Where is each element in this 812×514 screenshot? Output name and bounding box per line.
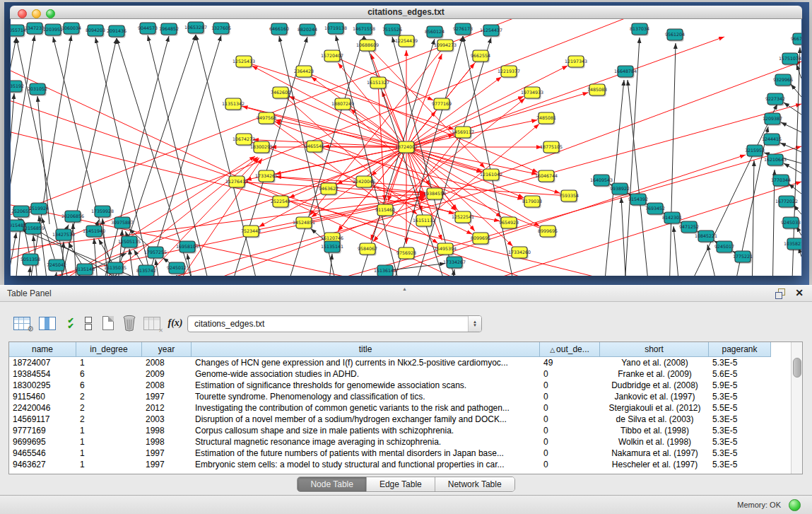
table-row[interactable]: 969969511998Structural magnetic resonanc… (9, 436, 802, 448)
table-row[interactable]: 946554611997Estimation of the future num… (9, 448, 802, 459)
graph-node-label: 9561204 (665, 32, 685, 37)
graph-node-label: 12522541 (452, 214, 474, 219)
graph-edge (372, 50, 485, 168)
close-panel-icon[interactable]: ✕ (795, 287, 804, 298)
table-row[interactable]: 1872400712008Changes of HCN gene express… (9, 357, 802, 368)
row-checks-icon[interactable]: ✔✔ (62, 313, 79, 333)
table-row[interactable]: 2242004622012Investigating the contribut… (9, 402, 802, 414)
column-header-year[interactable]: year (142, 342, 192, 357)
table-row[interactable]: 1938455462009Genome-wide association stu… (9, 368, 802, 380)
table-row[interactable]: 911546021997Tourette syndrome. Phenomeno… (9, 391, 802, 402)
graph-node-label: 9245017 (714, 244, 734, 249)
table-cell: 14569117 (9, 414, 76, 425)
graph-node-label: 12197343 (565, 59, 587, 64)
graph-node-label: 7485083 (587, 87, 607, 92)
table-cell: 2 (76, 402, 142, 414)
column-header-short[interactable]: short (600, 342, 709, 357)
graph-node-label: 1060034 (61, 25, 81, 30)
graph-node-label: 18300295 (250, 144, 273, 149)
status-bar: Memory: OK (0, 495, 812, 514)
table-row[interactable]: 946362711997Embryonic stem cells: a mode… (9, 459, 802, 470)
network-window-titlebar[interactable]: citations_edges.txt (10, 6, 802, 19)
graph-node-label: 1770344 (771, 177, 791, 182)
table-cell: 5.6E-5 (709, 368, 771, 380)
graph-node-label: 2364423 (294, 69, 314, 74)
select-columns-icon[interactable] (37, 313, 58, 333)
graph-node-label: 9329966 (773, 77, 793, 82)
graph-edge (392, 264, 445, 270)
graph-node-label: 22420046 (353, 179, 375, 184)
table-header-row: namein_degreeyeartitle△out_de...shortpag… (9, 342, 802, 357)
graph-node-label: 1327605 (211, 25, 231, 30)
table-cell: 18724007 (9, 357, 76, 368)
graph-node-label: 16046744 (535, 173, 558, 178)
gear-icon: ⚙ (27, 325, 34, 334)
graph-node-label: 7693452 (645, 206, 665, 211)
column-header-in_degree[interactable]: in_degree (76, 342, 142, 357)
table-cell: Nakamura et al. (1997) (600, 448, 709, 459)
graph-node-label: 9115460 (375, 207, 395, 212)
graph-edge (11, 37, 16, 231)
tab-network-table[interactable]: Network Table (435, 477, 514, 491)
table-settings-icon[interactable]: ⚙ (11, 313, 33, 333)
table-tab-bar: Node TableEdge TableNetwork Table (0, 477, 812, 492)
graph-node-label: 8142301 (662, 215, 682, 220)
window-title: citations_edges.txt (10, 7, 802, 17)
column-header-title[interactable]: title (192, 342, 540, 357)
graph-node-label: 10845221 (695, 233, 717, 238)
tab-node-table[interactable]: Node Table (298, 477, 367, 491)
trash-icon (122, 315, 136, 332)
graph-node-label: 9465546 (305, 144, 324, 148)
scrollbar-thumb[interactable] (793, 358, 801, 378)
split-pane-grip-icon[interactable]: ▲ (402, 286, 407, 291)
graph-edge (159, 158, 262, 276)
table-cell: 5.3E-5 (709, 391, 771, 402)
table-cell: 0 (540, 391, 600, 402)
column-header-out_de[interactable]: △out_de... (540, 342, 600, 357)
delete-table-icon[interactable] (120, 313, 139, 333)
graph-node-label: 10719138 (324, 25, 347, 30)
column-header-pagerank[interactable]: pagerank (709, 342, 771, 357)
function-builder-icon[interactable]: f(x) (165, 313, 185, 333)
column-header-name[interactable]: name (9, 342, 76, 357)
graph-edge (129, 249, 136, 276)
graph-node-label: 11451940 (83, 228, 105, 233)
graph-node-label: 9654923 (499, 220, 519, 225)
memory-status-icon[interactable] (789, 499, 801, 511)
graph-node-label: 9497568 (257, 115, 276, 120)
table-cell: 6 (76, 368, 142, 380)
graph-node-label: 5051358 (20, 257, 40, 262)
table-row[interactable]: 1456911722003Disruption of a novel membe… (9, 414, 802, 425)
graph-edge (410, 153, 430, 186)
table-cell: 1997 (142, 459, 192, 470)
table-scrollbar[interactable] (791, 342, 802, 474)
network-canvas[interactable]: 1872400712254439109942739662554122193771… (11, 19, 801, 276)
graph-node-label: 9662554 (471, 53, 490, 58)
graph-node-label: 18775105 (540, 144, 563, 149)
table-cell: 5.3E-5 (709, 436, 771, 448)
table-select-dropdown[interactable]: citations_edges.txt ▲▼ (187, 315, 482, 332)
float-panel-icon[interactable] (775, 288, 785, 298)
table-row[interactable]: 1830029562008Estimation of significance … (9, 380, 802, 391)
table-cell: 1998 (142, 436, 192, 448)
graph-node-label: 8099695 (471, 235, 490, 240)
graph-edge (11, 35, 35, 276)
table-row[interactable]: 977716911998Corpus callosum shape and si… (9, 425, 802, 436)
table-cell: 0 (540, 402, 600, 414)
graph-node-label: 1519924 (29, 206, 49, 211)
tab-edge-table[interactable]: Edge Table (367, 477, 435, 491)
import-table-disabled-icon[interactable] (141, 313, 163, 333)
table-cell: 1 (76, 425, 142, 436)
new-table-icon[interactable] (99, 313, 117, 333)
graph-node-label: 15720407 (321, 53, 343, 58)
table-cell: 2008 (142, 357, 192, 368)
graph-node-label: 9463627 (319, 186, 339, 191)
graph-node-label: 16958105 (176, 244, 199, 249)
graph-node-label: 8094203 (86, 28, 105, 33)
table-cell: 9115460 (9, 391, 76, 402)
graph-node-label: 30975887 (111, 220, 134, 225)
table-panel-header: Table Panel ▲ ✕ (0, 285, 812, 302)
table-cell: 1997 (142, 391, 192, 402)
panel-rows-icon[interactable] (82, 313, 95, 333)
table-cell: 1 (76, 436, 142, 448)
